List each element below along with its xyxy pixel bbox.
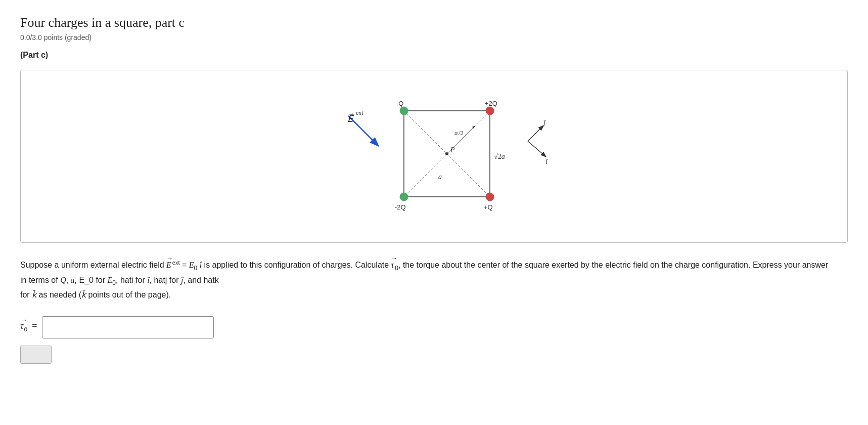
diagram-box: E⃗ ext P a /2 a √2a -Q [20,70,848,243]
svg-text:-Q: -Q [396,100,403,107]
svg-text:ĵ: ĵ [542,119,546,126]
submit-button[interactable] [20,346,52,364]
svg-point-19 [486,193,494,201]
points-label: 0.0/3.0 points (graded) [20,33,848,41]
svg-point-17 [400,193,408,201]
svg-text:√2a: √2a [494,153,505,160]
diagram-container: E⃗ ext P a /2 a √2a -Q [303,86,566,227]
svg-line-21 [528,126,543,141]
svg-line-23 [528,141,545,156]
page-title: Four charges in a square, part c [20,15,848,30]
answer-label: → τ 0 = [20,321,37,333]
part-label: (Part c) [20,51,848,60]
svg-text:E⃗: E⃗ [347,113,354,124]
svg-text:a: a [438,173,442,181]
svg-text:î: î [545,158,548,165]
diagram-svg: E⃗ ext P a /2 a √2a -Q [303,86,566,227]
answer-input[interactable] [42,316,214,338]
svg-text:-2Q: -2Q [395,203,406,211]
svg-text:ext: ext [356,109,363,116]
svg-text:+2Q: +2Q [485,100,497,107]
svg-point-13 [400,107,408,115]
svg-text:/2: /2 [459,129,464,137]
svg-point-15 [486,107,494,115]
answer-row: → τ 0 = [20,316,848,338]
problem-text: Suppose a uniform external electric fiel… [20,258,829,302]
svg-text:a: a [454,129,458,137]
svg-text:+Q: +Q [484,203,493,211]
